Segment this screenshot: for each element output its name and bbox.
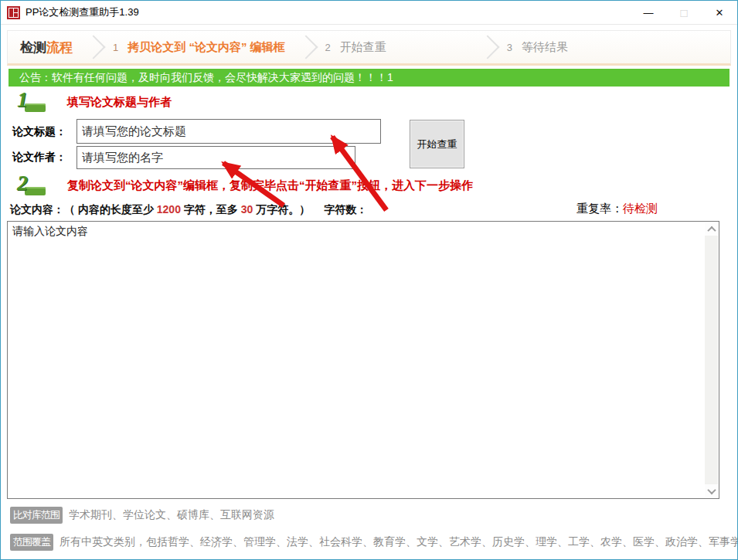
step-label: 拷贝论文到 “论文内容” 编辑框	[128, 40, 284, 55]
step1-number-icon: 1	[15, 92, 50, 113]
scroll-down-button[interactable]	[705, 484, 718, 497]
database-scope-badge: 比对库范围	[10, 507, 63, 524]
chevron-right-icon	[81, 35, 105, 59]
step2-heading: 2 复制论文到“论文内容”编辑框，复制完毕点击“开始查重”按钮，进入下一步操作	[15, 175, 473, 196]
process-nav: 检测流程 1 拷贝论文到 “论文内容” 编辑框 2 开始查重 3 等待结果	[7, 30, 731, 66]
step2-heading-text: 复制论文到“论文内容”编辑框，复制完毕点击“开始查重”按钮，进入下一步操作	[67, 178, 473, 193]
paper-author-input[interactable]	[77, 146, 355, 169]
start-check-button[interactable]: 开始查重	[410, 120, 464, 168]
nav-step-3: 3 等待结果	[502, 40, 568, 55]
database-scope-text: 学术期刊、学位论文、硕博库、互联网资源	[69, 508, 274, 522]
repeat-rate: 重复率：待检测	[576, 202, 658, 216]
paper-content-textarea[interactable]: 请输入论文内容	[7, 221, 719, 499]
chevron-right-icon	[475, 35, 499, 59]
coverage-badge: 范围覆盖	[10, 534, 53, 551]
chevron-right-icon	[294, 35, 318, 59]
nav-step-2: 2 开始查重	[321, 40, 386, 55]
app-logo-icon	[7, 6, 20, 19]
paper-content-text: 请输入论文内容	[12, 225, 88, 239]
coverage-row: 范围覆盖 所有中英文类别，包括哲学、经济学、管理学、法学、社会科学、教育学、文学…	[10, 534, 738, 551]
nav-title: 检测流程	[20, 39, 73, 56]
announcement-bar: 公告：软件有任何问题，及时向我们反馈，会尽快解决大家遇到的问题！！！1	[9, 69, 729, 87]
paper-title-input[interactable]	[77, 119, 381, 144]
minimize-button[interactable]: —	[631, 1, 666, 24]
step2-number-icon: 2	[15, 175, 50, 196]
step-number: 3	[507, 42, 512, 53]
coverage-text: 所有中英文类别，包括哲学、经济学、管理学、法学、社会科学、教育学、文学、艺术学、…	[60, 535, 738, 549]
content-label: 论文内容：	[10, 203, 64, 216]
window-title: PP论文检测查重助手1.39	[26, 5, 139, 19]
textarea-scrollbar[interactable]	[705, 222, 718, 497]
max-chars: 30	[241, 203, 253, 216]
step-number: 2	[325, 42, 331, 53]
close-button[interactable]: ✕	[702, 1, 737, 24]
paper-author-label: 论文作者：	[12, 151, 66, 165]
window-controls: — □ ✕	[631, 1, 737, 24]
min-chars: 1200	[157, 203, 181, 216]
step-label: 等待结果	[522, 40, 568, 55]
step1-heading-text: 填写论文标题与作者	[67, 95, 172, 110]
repeat-rate-value: 待检测	[623, 202, 658, 215]
chevron-up-icon	[707, 226, 716, 234]
char-count-label: 字符数：	[324, 203, 367, 216]
maximize-button[interactable]: □	[666, 1, 702, 24]
paper-title-label: 论文标题：	[12, 125, 66, 139]
step-number: 1	[113, 42, 118, 53]
step-label: 开始查重	[340, 40, 386, 55]
scroll-up-button[interactable]	[705, 222, 718, 236]
repeat-rate-label: 重复率：	[576, 202, 623, 215]
content-hint-row: 论文内容：（ 内容的长度至少 1200 字符，至多 30 万字符。）字符数：	[10, 203, 367, 217]
chevron-down-icon	[707, 485, 716, 494]
nav-step-1: 1 拷贝论文到 “论文内容” 编辑框	[108, 40, 285, 55]
title-bar: PP论文检测查重助手1.39 — □ ✕	[1, 1, 737, 25]
app-window: PP论文检测查重助手1.39 — □ ✕ 检测流程 1 拷贝论文到 “论文内容”…	[0, 0, 738, 560]
step1-heading: 1 填写论文标题与作者	[15, 92, 172, 113]
database-scope-row: 比对库范围 学术期刊、学位论文、硕博库、互联网资源	[10, 507, 274, 524]
